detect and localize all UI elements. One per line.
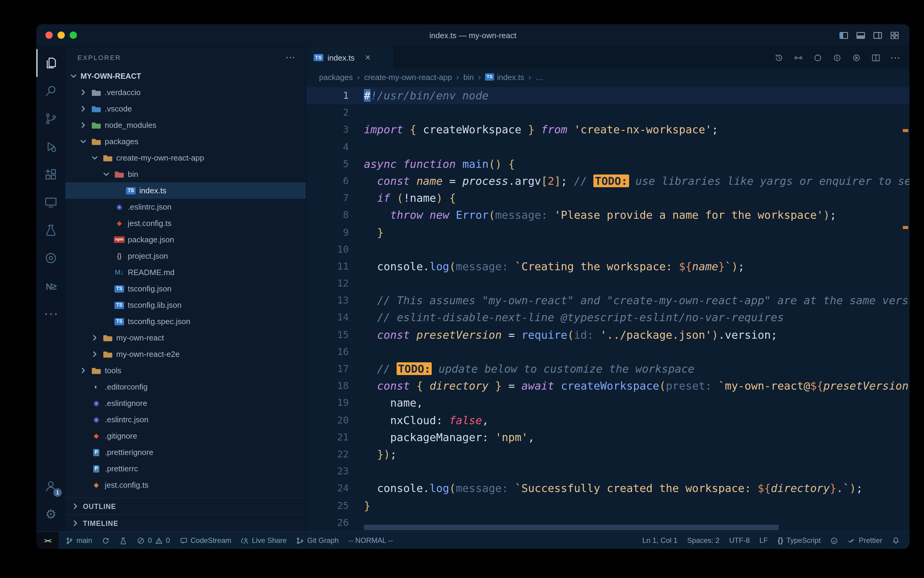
codestream-icon[interactable] (36, 244, 65, 272)
breadcrumb-item-bin[interactable]: bin (463, 72, 474, 81)
status-feedback[interactable] (825, 532, 843, 549)
tree-item-index-ts[interactable]: TSindex.ts (65, 182, 306, 199)
status-encoding[interactable]: UTF-8 (725, 532, 755, 549)
chevron-right-icon[interactable] (90, 333, 99, 342)
code-line-11[interactable]: 11 console.log(message: `Creating the wo… (306, 258, 909, 275)
code-line-18[interactable]: 18 const { directory } = await createWor… (306, 377, 909, 395)
tree-item-tools[interactable]: tools (65, 362, 306, 379)
code-line-3[interactable]: 3import { createWorkspace } from 'create… (306, 122, 909, 138)
customize-layout-icon[interactable] (890, 30, 900, 40)
tree-item-vscode[interactable]: .vscode (65, 101, 306, 117)
code-line-2[interactable]: 2 (306, 104, 909, 121)
status-cursor-position[interactable]: Ln 1, Col 1 (638, 532, 683, 549)
tree-item-create-my-own-react-app[interactable]: create-my-own-react-app (65, 149, 306, 166)
chevron-right-icon[interactable] (79, 104, 88, 113)
tree-item-eslintignore[interactable]: ◉.eslintignore (65, 395, 306, 411)
code-line-21[interactable]: 21 packageManager: 'npm', (306, 429, 909, 446)
history-icon[interactable] (774, 52, 784, 63)
code-line-9[interactable]: 9 } (306, 224, 909, 241)
tree-item-jest-config-ts[interactable]: ◆jest.config.ts (65, 477, 306, 493)
horizontal-scrollbar[interactable] (364, 525, 779, 530)
close-tab-icon[interactable]: × (365, 52, 371, 63)
status-codestream[interactable]: CodeStream (175, 532, 236, 549)
testing-icon[interactable] (36, 216, 65, 244)
more-icon[interactable]: ⋯ (36, 300, 65, 328)
nx-console-icon[interactable]: N≥ (36, 272, 65, 300)
code-line-22[interactable]: 22 }); (306, 446, 909, 463)
minimize-window-button[interactable] (58, 31, 65, 39)
status-language-mode[interactable]: {}TypeScript (773, 532, 825, 549)
titlebar[interactable]: index.ts — my-own-react (36, 24, 909, 47)
extensions-icon[interactable] (36, 161, 65, 188)
status-remote-indicator[interactable]: >< (36, 532, 59, 549)
tree-item-packages[interactable]: packages (65, 133, 306, 149)
code-line-24[interactable]: 24 console.log(message: `Successfully cr… (306, 480, 909, 497)
code-line-13[interactable]: 13 // This assumes "my-own-react" and "c… (306, 292, 909, 309)
tree-item-jest-config-ts[interactable]: ◆jest.config.ts (65, 215, 306, 231)
code-line-25[interactable]: 25} (306, 497, 909, 514)
code-line-17[interactable]: 17 // TODO: update below to customize th… (306, 360, 909, 377)
tree-item-eslintrc-json[interactable]: ◉.eslintrc.json (65, 411, 306, 428)
toggle-primary-sidebar-icon[interactable] (838, 30, 849, 40)
tree-item-project-json[interactable]: {}project.json (65, 248, 306, 264)
status-git-branch[interactable]: main (61, 532, 97, 549)
tree-item-tsconfig-spec-json[interactable]: TStsconfig.spec.json (65, 313, 306, 330)
code-editor[interactable]: 1#!/usr/bin/env node23import { createWor… (306, 85, 909, 531)
more-actions-icon[interactable]: ⋯ (890, 52, 900, 63)
code-line-6[interactable]: 6 const name = process.argv[2]; // TODO:… (306, 173, 909, 190)
tree-root-folder[interactable]: MY-OWN-REACT (65, 68, 306, 84)
compare-icon[interactable] (793, 52, 804, 63)
status-indentation[interactable]: Spaces: 2 (683, 532, 725, 549)
toggle-secondary-sidebar-icon[interactable] (872, 30, 883, 40)
tree-item-bin[interactable]: bin (65, 166, 306, 182)
tree-item-tsconfig-json[interactable]: TStsconfig.json (65, 281, 306, 297)
code-line-16[interactable]: 16 (306, 344, 909, 360)
chevron-down-icon[interactable] (90, 153, 99, 162)
breadcrumb-item-packages[interactable]: packages (319, 72, 353, 81)
code-line-15[interactable]: 15 const presetVersion = require(id: '..… (306, 326, 909, 343)
code-line-10[interactable]: 10 (306, 241, 909, 258)
breadcrumb-item-[interactable]: … (536, 72, 544, 81)
close-window-button[interactable] (45, 31, 53, 39)
breadcrumb-item-index-ts[interactable]: TSindex.ts (485, 72, 524, 81)
tree-item-my-own-react[interactable]: my-own-react (65, 330, 306, 346)
code-line-7[interactable]: 7 if (!name) { (306, 190, 909, 206)
code-line-23[interactable]: 23 (306, 463, 909, 480)
tree-item-prettierrc[interactable]: P.prettierrc (65, 461, 306, 477)
accounts-icon[interactable]: 1 (36, 472, 65, 500)
tree-item-package-json[interactable]: npmpackage.json (65, 231, 306, 248)
status-git-graph[interactable]: Git Graph (291, 532, 344, 549)
tree-item-editorconfig[interactable]: ◐.editorconfig (65, 379, 306, 395)
search-icon[interactable] (36, 77, 65, 105)
chevron-down-icon[interactable] (79, 137, 88, 146)
chevron-right-icon[interactable] (79, 366, 88, 375)
run-debug-icon[interactable] (36, 133, 65, 161)
tree-item-node-modules[interactable]: node_modules (65, 117, 306, 133)
status-git-sync[interactable] (97, 532, 115, 549)
toggle-panel-icon[interactable] (856, 30, 866, 40)
status-eol[interactable]: LF (755, 532, 773, 549)
chevron-right-icon[interactable] (79, 88, 88, 97)
tree-item-my-own-react-e2e[interactable]: my-own-react-e2e (65, 346, 306, 362)
status-flask[interactable] (115, 532, 132, 549)
tab-index-ts[interactable]: TS index.ts × (306, 47, 394, 68)
breadcrumb-item-create-my-own-react-app[interactable]: create-my-own-react-app (364, 72, 452, 81)
code-line-4[interactable]: 4 (306, 138, 909, 156)
tree-item-readme-md[interactable]: M↓README.md (65, 264, 306, 281)
chevron-down-icon[interactable] (102, 170, 111, 179)
code-line-12[interactable]: 12 (306, 275, 909, 292)
chevron-right-icon[interactable] (90, 349, 99, 359)
forward-icon[interactable] (832, 52, 842, 63)
vertical-scrollbar[interactable] (901, 85, 909, 531)
code-line-1[interactable]: 1#!/usr/bin/env node (306, 87, 909, 104)
tree-item-prettierignore[interactable]: P.prettierignore (65, 444, 306, 461)
explorer-icon[interactable] (36, 49, 65, 77)
tree-item-eslintrc-json[interactable]: ◉.eslintrc.json (65, 199, 306, 215)
status-live-share[interactable]: Live Share (236, 532, 291, 549)
run-icon[interactable] (851, 52, 862, 63)
section-outline[interactable]: OUTLINE (65, 497, 306, 515)
section-timeline[interactable]: TIMELINE (65, 515, 306, 531)
zoom-window-button[interactable] (70, 31, 77, 39)
code-line-8[interactable]: 8 throw new Error(message: 'Please provi… (306, 207, 909, 224)
views-more-actions-icon[interactable]: ⋯ (285, 52, 296, 63)
